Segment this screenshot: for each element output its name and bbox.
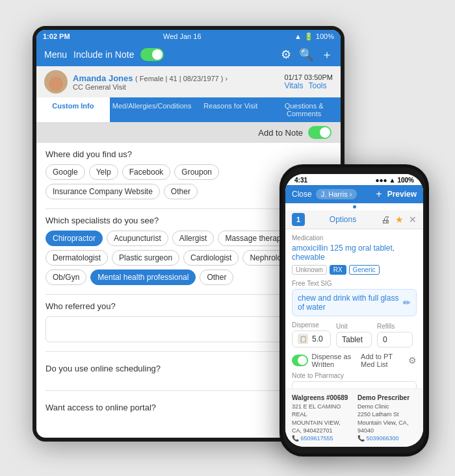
- chip-allergist[interactable]: Allergist: [172, 231, 214, 246]
- vitals-link[interactable]: Vitals: [284, 81, 303, 90]
- phone-time: 4:31: [294, 177, 307, 184]
- chip-chiropractor[interactable]: Chiropractor: [46, 231, 103, 246]
- close-button[interactable]: Close: [292, 190, 312, 199]
- dismiss-icon[interactable]: ✕: [409, 214, 417, 225]
- preview-button[interactable]: Preview: [387, 190, 417, 199]
- add-to-note-toggle[interactable]: [308, 126, 332, 139]
- unit-box[interactable]: Tablet: [336, 332, 372, 347]
- sig-value[interactable]: chew and drink with full glass of water: [298, 294, 403, 312]
- badge-generic: Generic: [349, 265, 380, 275]
- patient-name: Amanda Jones ( Female | 41 | 08/23/1977 …: [73, 73, 228, 83]
- question-find-us: Where did you find us?: [46, 149, 332, 159]
- chip-obgyn[interactable]: Ob/Gyn: [46, 269, 86, 285]
- dispense-written-label: Dispense as Written: [312, 353, 361, 368]
- print-icon[interactable]: 🖨: [381, 214, 390, 225]
- dispense-icon: 📋: [298, 334, 308, 344]
- search-icon[interactable]: 🔍: [299, 47, 313, 62]
- dispense-as-written-row: Dispense as Written Add to PT Med List ⚙: [292, 353, 417, 368]
- chip-facebook[interactable]: Facebook: [122, 164, 171, 180]
- pharmacy-phone: 📞 6509617555: [292, 435, 351, 442]
- badge-unknown: Unknown: [292, 265, 327, 275]
- patient-links: Vitals Tools: [284, 81, 333, 90]
- phone-toolbar: 1 Options 🖨 ★ ✕: [285, 210, 423, 229]
- refills-value: 0: [383, 335, 387, 344]
- prescriber-address: Demo Prescriber Demo Clinic 2250 Latham …: [358, 394, 417, 442]
- refills-box[interactable]: 0: [377, 332, 413, 347]
- patient-bar: Amanda Jones ( Female | 41 | 08/23/1977 …: [36, 66, 341, 97]
- patient-date: 01/17 03:50PM: [284, 73, 333, 81]
- phone-wifi-icon: ▲: [389, 177, 396, 184]
- tab-custom-info[interactable]: Custom Info: [36, 97, 110, 122]
- phone-signal-icon: ●●●: [375, 177, 387, 184]
- chip-insurance[interactable]: Insurance Company Website: [46, 184, 160, 199]
- unit-col: Unit Tablet: [336, 323, 372, 347]
- phone-status-bar: 4:31 ●●● ▲ 100%: [285, 174, 423, 185]
- chip-other-specialists[interactable]: Other: [200, 269, 233, 285]
- dot-indicator: [285, 203, 423, 210]
- add-medication-button[interactable]: +: [376, 188, 382, 200]
- phone-nav-left: Close J. Harris ›: [292, 189, 357, 199]
- phone-status-right: ●●● ▲ 100%: [375, 177, 414, 184]
- add-icon[interactable]: ＋: [321, 47, 333, 62]
- tab-bar: Custom Info Med/Allergies/Conditions Rea…: [36, 97, 341, 122]
- chip-yelp[interactable]: Yelp: [89, 164, 118, 180]
- page-dot: [353, 205, 356, 208]
- patient-cc: CC General Visit: [73, 83, 228, 91]
- prescriber-phone: 📞 5039066300: [358, 435, 417, 442]
- note-pharmacy-field[interactable]: [292, 381, 417, 388]
- tablet-status-bar: 1:02 PM Wed Jan 16 ▲ 🔋 100%: [36, 30, 341, 43]
- include-note-label: Include in Note: [73, 49, 134, 60]
- unit-value: Tablet: [342, 335, 363, 344]
- tab-reasons-visit[interactable]: Reasons for Visit: [194, 97, 267, 122]
- refills-label: Refills: [377, 323, 413, 330]
- add-to-note-label: Add to Note: [258, 128, 303, 138]
- dispense-col: Dispense 📋 5.0: [292, 321, 331, 347]
- header-right: ⚙ 🔍 ＋: [281, 47, 333, 62]
- chip-mental-health[interactable]: Mental health professional: [90, 269, 196, 285]
- chip-google[interactable]: Google: [46, 164, 85, 180]
- tablet-date: Wed Jan 16: [163, 32, 202, 40]
- dispense-box[interactable]: 📋 5.0: [292, 331, 331, 347]
- options-tab[interactable]: Options: [330, 215, 356, 224]
- prescriber-clinic: Demo Clinic: [358, 403, 417, 411]
- avatar: [44, 70, 68, 94]
- chip-acupuncturist[interactable]: Acupuncturist: [107, 231, 168, 246]
- settings-icon[interactable]: ⚙: [281, 47, 291, 62]
- tools-link[interactable]: Tools: [309, 81, 327, 90]
- chip-dermatologist[interactable]: Dermatologist: [46, 250, 108, 266]
- phone-device: 4:31 ●●● ▲ 100% Close J. Harris › + Prev…: [280, 164, 429, 457]
- pharmacy-address1: 321 E EL CAMINO REAL: [292, 403, 351, 419]
- user-chip-label: J. Harris ›: [321, 190, 352, 198]
- refills-col: Refills 0: [377, 323, 413, 347]
- chip-plastic-surgeon[interactable]: Plastic surgeon: [112, 250, 179, 266]
- toolbar-icons: 🖨 ★ ✕: [381, 214, 417, 225]
- rx-number-badge: 1: [292, 213, 305, 226]
- prescriber-address1: 2250 Latham St: [358, 410, 417, 419]
- tab-questions-comments[interactable]: Questions & Comments: [267, 97, 341, 122]
- note-pharmacy-label: Note to Pharmacy: [292, 372, 417, 379]
- header-left: Menu Include in Note: [44, 48, 164, 61]
- tab-med-allergies[interactable]: Med/Allergies/Conditions: [110, 97, 194, 122]
- gear-icon[interactable]: ⚙: [408, 355, 417, 366]
- add-pt-med-label: Add to PT Med List: [361, 353, 406, 368]
- medication-value[interactable]: amoxicillin 125 mg oral tablet, chewable: [292, 244, 417, 262]
- phone-footer: Walgreens #00689 321 E EL CAMINO REAL MO…: [285, 388, 423, 447]
- user-chip[interactable]: J. Harris ›: [316, 189, 358, 199]
- chip-groupon[interactable]: Groupon: [174, 164, 219, 180]
- phone-content: Medication amoxicillin 125 mg oral table…: [285, 229, 423, 388]
- chip-cardiologist[interactable]: Cardiologist: [183, 250, 239, 266]
- medication-label: Medication: [292, 234, 417, 242]
- dispense-label: Dispense: [292, 321, 331, 329]
- wifi-icon: ▲: [294, 32, 302, 40]
- chip-other-findus[interactable]: Other: [164, 184, 198, 199]
- star-icon[interactable]: ★: [395, 214, 404, 225]
- prescriber-name: Demo Prescriber: [358, 394, 417, 401]
- edit-sig-icon[interactable]: ✏: [403, 297, 411, 308]
- dispense-written-toggle[interactable]: [292, 355, 308, 366]
- include-note-toggle[interactable]: [140, 48, 164, 61]
- patient-left: Amanda Jones ( Female | 41 | 08/23/1977 …: [44, 70, 228, 94]
- menu-button[interactable]: Menu: [44, 49, 67, 60]
- phone-battery-label: 100%: [397, 177, 414, 184]
- patient-info: Amanda Jones ( Female | 41 | 08/23/1977 …: [73, 73, 228, 91]
- battery-icon: 🔋: [304, 32, 313, 41]
